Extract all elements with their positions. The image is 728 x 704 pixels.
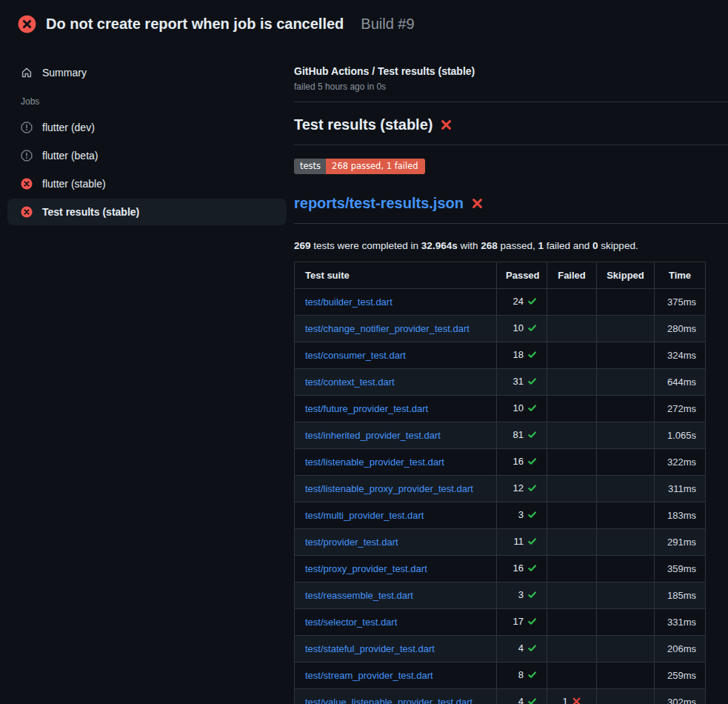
sidebar-item-test-results-stable[interactable]: Test results (stable) [7, 199, 287, 225]
passed-count-cell: 12 [497, 476, 547, 502]
failed-count-cell [547, 422, 597, 449]
skipped-count-cell [597, 502, 655, 529]
skipped-count-cell [597, 636, 655, 663]
passed-count: 24 [513, 296, 524, 307]
sidebar-item-flutter-dev[interactable]: flutter (dev) [7, 114, 287, 141]
passed-count: 3 [518, 589, 524, 600]
table-row: test/stream_provider_test.dart8259ms [295, 663, 706, 689]
table-row: test/reassemble_test.dart3185ms [295, 582, 706, 609]
check-icon [527, 617, 537, 629]
stop-icon [21, 122, 33, 133]
check-icon [527, 670, 537, 683]
test-suite-link[interactable]: test/stateful_provider_test.dart [305, 643, 435, 654]
check-icon [527, 376, 537, 389]
sidebar-summary-label: Summary [42, 67, 87, 79]
time-cell: 291ms [655, 529, 706, 556]
table-row: test/provider_test.dart11291ms [295, 529, 706, 556]
failed-count-cell [547, 476, 597, 502]
failed-count-cell [547, 529, 597, 556]
time-cell: 259ms [655, 663, 706, 689]
test-suite-link[interactable]: test/reassemble_test.dart [305, 590, 413, 601]
test-suite-link[interactable]: test/change_notifier_provider_test.dart [305, 323, 470, 334]
test-suite-cell: test/provider_test.dart [295, 529, 497, 556]
run-title: Do not create report when job is cancell… [46, 16, 344, 33]
table-row: test/selector_test.dart17331ms [295, 609, 706, 636]
divider [294, 102, 728, 102]
test-suite-link[interactable]: test/builder_test.dart [305, 296, 393, 308]
tests-badge: tests 268 passed, 1 failed [294, 159, 425, 174]
test-suite-link[interactable]: test/context_test.dart [305, 376, 395, 388]
test-suite-cell: test/value_listenable_provider_test.dart [295, 689, 497, 704]
skipped-count-cell [597, 556, 655, 582]
sidebar-item-flutter-stable[interactable]: flutter (stable) [7, 170, 287, 197]
passed-count-cell: 8 [497, 663, 547, 689]
passed-count: 18 [513, 349, 524, 360]
failed-count-cell [547, 449, 597, 476]
failed-count-cell: 1 [547, 689, 597, 704]
summary-fragment: passed, [498, 240, 538, 251]
summary-fragment: with [458, 240, 481, 251]
test-suite-link[interactable]: test/inherited_provider_test.dart [305, 430, 441, 441]
skipped-count-cell [597, 369, 655, 396]
test-suite-link[interactable]: test/listenable_provider_test.dart [305, 456, 444, 468]
test-suite-link[interactable]: test/listenable_proxy_provider_test.dart [305, 483, 473, 494]
sidebar: Summary Jobs flutter (dev)flutter (beta)… [0, 41, 294, 227]
test-suite-cell: test/stream_provider_test.dart [295, 663, 497, 689]
passed-count: 10 [513, 402, 524, 414]
failed-count-cell [547, 369, 597, 396]
divider [294, 145, 728, 145]
badge-value: 268 passed, 1 failed [326, 159, 424, 174]
test-suite-link[interactable]: test/multi_provider_test.dart [305, 510, 424, 521]
passed-count-cell: 10 [497, 396, 547, 422]
sidebar-item-label: flutter (stable) [42, 178, 106, 190]
failed-count-cell [547, 316, 597, 342]
test-suite-link[interactable]: test/value_listenable_provider_test.dart [305, 697, 472, 704]
report-file-link[interactable]: reports/test-results.json [294, 193, 464, 213]
sidebar-item-label: flutter (dev) [42, 122, 95, 133]
check-icon [527, 483, 537, 496]
skipped-count-cell [597, 476, 655, 502]
passed-count: 31 [513, 376, 524, 387]
passed-count-cell: 16 [497, 449, 547, 476]
table-row: test/inherited_provider_test.dart811.065… [295, 422, 706, 449]
skipped-count-cell [597, 449, 655, 476]
column-header-passed: Passed [497, 262, 547, 289]
jobs-section-label: Jobs [21, 96, 294, 107]
test-suite-cell: test/reassemble_test.dart [295, 582, 497, 609]
test-suite-link[interactable]: test/proxy_provider_test.dart [305, 563, 427, 574]
test-suite-link[interactable]: test/provider_test.dart [305, 537, 398, 548]
sidebar-item-label: flutter (beta) [42, 150, 98, 162]
passed-count-cell: 10 [497, 316, 547, 342]
run-build-number: Build #9 [361, 16, 414, 33]
test-suite-cell: test/inherited_provider_test.dart [295, 422, 497, 449]
test-suite-cell: test/multi_provider_test.dart [295, 502, 497, 529]
passed-count: 16 [513, 456, 524, 467]
summary-fragment: 269 [294, 240, 311, 251]
test-summary-line: 269 tests were completed in 32.964s with… [294, 239, 728, 253]
sidebar-item-flutter-beta[interactable]: flutter (beta) [7, 142, 287, 169]
failed-count-cell [547, 502, 597, 529]
column-header-skipped: Skipped [597, 262, 655, 289]
section-title: Test results (stable) [294, 115, 728, 135]
test-suite-link[interactable]: test/stream_provider_test.dart [305, 670, 433, 681]
badge-label: tests [294, 159, 326, 174]
test-results-table: Test suitePassedFailedSkippedTime test/b… [294, 262, 706, 704]
test-suite-cell: test/context_test.dart [295, 369, 497, 396]
passed-count: 81 [513, 429, 524, 440]
test-suite-link[interactable]: test/consumer_test.dart [305, 350, 406, 361]
test-suite-link[interactable]: test/future_provider_test.dart [305, 403, 428, 414]
time-cell: 359ms [655, 556, 706, 582]
test-suite-cell: test/stateful_provider_test.dart [295, 636, 497, 663]
sidebar-item-summary[interactable]: Summary [7, 59, 287, 86]
table-row: test/context_test.dart31644ms [295, 369, 706, 396]
column-header-test-suite: Test suite [295, 262, 497, 289]
table-row: test/change_notifier_provider_test.dart1… [295, 316, 706, 342]
check-icon [527, 537, 537, 549]
summary-fragment: skipped. [598, 240, 638, 251]
test-suite-link[interactable]: test/selector_test.dart [305, 617, 397, 628]
check-icon [527, 403, 537, 416]
passed-count: 12 [513, 482, 524, 494]
time-cell: 183ms [655, 502, 706, 529]
skipped-count-cell [597, 663, 655, 689]
failed-count-cell [547, 289, 597, 316]
